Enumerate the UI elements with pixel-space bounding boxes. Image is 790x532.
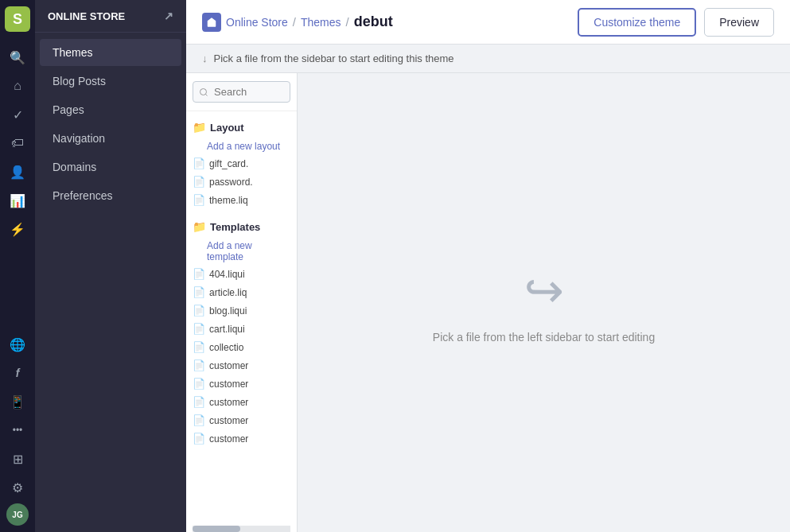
- file-item-customer4[interactable]: 📄 customer: [186, 411, 297, 429]
- home-icon[interactable]: ⌂: [5, 73, 30, 99]
- scrollbar-thumb[interactable]: [193, 526, 240, 532]
- file-icon-customer1: 📄: [193, 359, 205, 371]
- shopify-logo[interactable]: S: [5, 6, 30, 32]
- breadcrumb-online-store[interactable]: Online Store: [226, 16, 288, 29]
- content-area: 📁 Layout Add a new layout 📄 gift_card. 📄…: [186, 73, 790, 532]
- file-item-customer2[interactable]: 📄 customer: [186, 375, 297, 393]
- file-name-theme: theme.liq: [209, 195, 248, 206]
- file-name-password: password.: [209, 177, 253, 188]
- breadcrumb-sep2: /: [346, 15, 349, 29]
- sidebar-header: ONLINE STORE ↗: [35, 0, 186, 33]
- file-icon-theme: 📄: [193, 194, 205, 206]
- facebook-icon[interactable]: f: [5, 360, 30, 386]
- file-item-theme[interactable]: 📄 theme.liq: [186, 191, 297, 209]
- file-name-blog: blog.liqui: [209, 305, 247, 316]
- left-sidebar: ONLINE STORE ↗ Themes Blog Posts Pages N…: [35, 0, 186, 532]
- file-item-collection[interactable]: 📄 collectio: [186, 338, 297, 356]
- sidebar-nav: Themes Blog Posts Pages Navigation Domai…: [35, 33, 186, 217]
- file-name-customer3: customer: [209, 397, 248, 408]
- templates-section-label: Templates: [210, 221, 260, 233]
- file-icon-blog: 📄: [193, 305, 205, 316]
- globe-icon[interactable]: 🌐: [5, 332, 30, 357]
- sidebar-item-pages[interactable]: Pages: [40, 96, 181, 123]
- file-icon-cart: 📄: [193, 323, 205, 335]
- icon-bar: S 🔍 ⌂ ✓ 🏷 👤 📊 ⚡ 🌐 f 📱 ••• ⊞ ⚙ JG: [0, 0, 35, 532]
- file-name-customer4: customer: [209, 415, 248, 426]
- file-name-cart: cart.liqui: [209, 324, 245, 335]
- sidebar-item-navigation[interactable]: Navigation: [40, 125, 181, 152]
- editor-area: ↩ Pick a file from the left sidebar to s…: [298, 73, 790, 532]
- file-name-gift-card: gift_card.: [209, 158, 248, 169]
- file-icon-password: 📄: [193, 176, 205, 188]
- preview-button[interactable]: Preview: [704, 8, 774, 37]
- file-panel: 📁 Layout Add a new layout 📄 gift_card. 📄…: [186, 73, 298, 532]
- mobile-icon[interactable]: 📱: [5, 389, 30, 414]
- file-item-customer1[interactable]: 📄 customer: [186, 356, 297, 375]
- file-item-customer3[interactable]: 📄 customer: [186, 393, 297, 411]
- info-bar: ↓ Pick a file from the sidebar to start …: [186, 45, 790, 73]
- sidebar-item-preferences[interactable]: Preferences: [40, 182, 181, 209]
- horizontal-scrollbar[interactable]: [193, 526, 290, 532]
- sidebar-item-domains[interactable]: Domains: [40, 153, 181, 181]
- sidebar-title: ONLINE STORE: [48, 10, 125, 22]
- search-input[interactable]: [193, 81, 290, 103]
- search-icon[interactable]: 🔍: [5, 45, 30, 70]
- breadcrumb-themes[interactable]: Themes: [301, 16, 341, 29]
- file-name-404: 404.liqui: [209, 269, 245, 280]
- editor-placeholder-text: Pick a file from the left sidebar to sta…: [433, 331, 655, 344]
- file-item-article[interactable]: 📄 article.liq: [186, 283, 297, 301]
- add-template-link[interactable]: Add a new template: [186, 238, 297, 265]
- main-content: Online Store / Themes / debut Customize …: [186, 0, 790, 532]
- marketing-icon[interactable]: ⚡: [5, 216, 30, 242]
- file-item-customer5[interactable]: 📄 customer: [186, 429, 297, 448]
- file-name-customer5: customer: [209, 433, 248, 445]
- external-link-icon[interactable]: ↗: [164, 10, 173, 22]
- file-icon-collection: 📄: [193, 341, 205, 353]
- apps-icon[interactable]: ⊞: [5, 446, 30, 472]
- info-bar-text: Pick a file from the sidebar to start ed…: [214, 52, 454, 64]
- orders-icon[interactable]: ✓: [5, 102, 30, 127]
- file-icon-404: 📄: [193, 268, 205, 280]
- analytics-icon[interactable]: 📊: [5, 188, 30, 213]
- file-icon-gift-card: 📄: [193, 157, 205, 169]
- file-icon-customer2: 📄: [193, 378, 205, 390]
- layout-folder-icon: 📁: [193, 121, 206, 134]
- file-icon-customer3: 📄: [193, 396, 205, 408]
- sidebar-item-blog-posts[interactable]: Blog Posts: [40, 68, 181, 95]
- add-layout-link[interactable]: Add a new layout: [186, 138, 297, 154]
- breadcrumb: Online Store / Themes / debut: [202, 13, 393, 32]
- file-name-customer1: customer: [209, 360, 248, 371]
- file-item-404[interactable]: 📄 404.liqui: [186, 265, 297, 283]
- breadcrumb-sep1: /: [293, 15, 296, 29]
- user-avatar[interactable]: JG: [6, 503, 29, 526]
- templates-section-header: 📁 Templates: [186, 216, 297, 238]
- search-box: [186, 73, 297, 111]
- layout-section-label: Layout: [210, 122, 244, 134]
- down-arrow-icon: ↓: [202, 52, 208, 64]
- file-item-cart[interactable]: 📄 cart.liqui: [186, 320, 297, 338]
- file-item-gift-card[interactable]: 📄 gift_card.: [186, 154, 297, 173]
- file-name-article: article.liq: [209, 287, 247, 298]
- file-name-customer2: customer: [209, 379, 248, 390]
- templates-folder-icon: 📁: [193, 220, 206, 233]
- file-item-password[interactable]: 📄 password.: [186, 173, 297, 191]
- products-icon[interactable]: 🏷: [5, 130, 30, 156]
- file-icon-article: 📄: [193, 286, 205, 298]
- more-icon[interactable]: •••: [5, 417, 30, 443]
- file-tree: 📁 Layout Add a new layout 📄 gift_card. 📄…: [186, 111, 297, 526]
- header-actions: Customize theme Preview: [578, 8, 774, 37]
- layout-section-header: 📁 Layout: [186, 116, 297, 138]
- sidebar-item-themes[interactable]: Themes: [40, 39, 181, 66]
- store-icon: [202, 13, 221, 32]
- breadcrumb-current: debut: [354, 14, 393, 30]
- file-icon-customer4: 📄: [193, 414, 205, 426]
- file-item-blog[interactable]: 📄 blog.liqui: [186, 301, 297, 320]
- customers-icon[interactable]: 👤: [5, 159, 30, 184]
- customize-theme-button[interactable]: Customize theme: [578, 8, 696, 37]
- top-header: Online Store / Themes / debut Customize …: [186, 0, 790, 45]
- settings-icon[interactable]: ⚙: [5, 475, 30, 500]
- reply-icon: ↩: [524, 262, 564, 318]
- file-icon-customer5: 📄: [193, 433, 205, 445]
- file-name-collection: collectio: [209, 342, 243, 353]
